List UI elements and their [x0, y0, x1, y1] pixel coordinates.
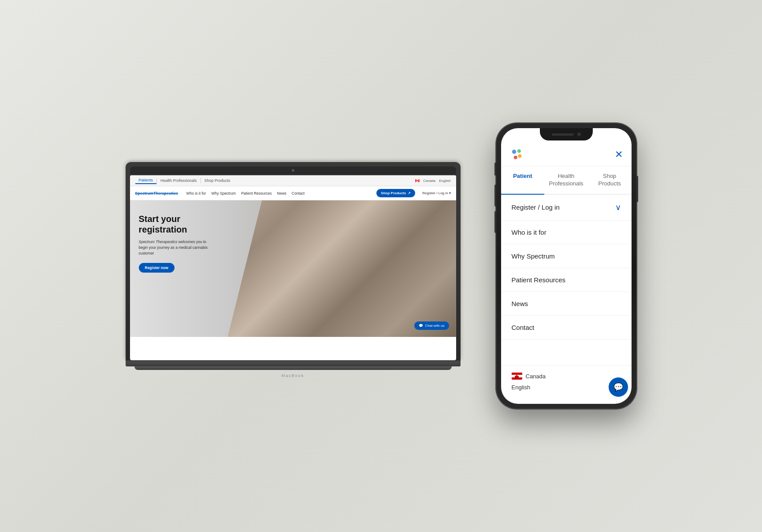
site-nav-top: Patients Health Professionals Shop Produ…	[130, 175, 456, 186]
tab-health-professionals[interactable]: HealthProfessionals	[544, 166, 588, 194]
svg-point-1	[517, 149, 520, 153]
site-hero: Start your registration Spectrum Therape…	[130, 200, 456, 337]
phone-nav-register[interactable]: Register / Log in ∨	[501, 195, 632, 221]
site-header: SpectrumTherapeutics Who is it for Why S…	[130, 186, 456, 200]
nav-patient-resources[interactable]: Patient Resources	[241, 191, 271, 196]
phone-content: ✕ Patient HealthProfessionals Shop Produ…	[501, 128, 632, 404]
site-nav-top-shop[interactable]: Shop Products	[201, 177, 234, 184]
phone-nav-list: Register / Log in ∨ Who is it for Why Sp…	[501, 195, 632, 365]
laptop-camera	[292, 169, 294, 172]
phone-screen: ✕ Patient HealthProfessionals Shop Produ…	[501, 128, 632, 404]
brand-name: Spectrum Therapeutics	[139, 240, 178, 244]
register-login-label: Register / Log in	[512, 203, 560, 211]
site-nav-top-health[interactable]: Health Professionals	[157, 177, 201, 184]
laptop-base	[126, 360, 461, 366]
svg-point-2	[518, 154, 521, 158]
phone-logo-area	[510, 148, 524, 162]
phone-volume-down-button	[494, 211, 496, 233]
phone-nav-contact[interactable]: Contact	[501, 316, 632, 340]
hero-content: Start your registration Spectrum Therape…	[139, 214, 209, 273]
tab-patient[interactable]: Patient	[501, 166, 545, 194]
phone: ✕ Patient HealthProfessionals Shop Produ…	[496, 123, 637, 409]
chat-icon: 💬	[419, 324, 423, 328]
maple-leaf-icon	[515, 375, 519, 379]
chat-fab-button[interactable]: 💬	[609, 377, 628, 397]
news-label: News	[512, 300, 528, 307]
nav-why[interactable]: Why Spectrum	[211, 191, 236, 196]
laptop-bottom: MacBook	[134, 366, 452, 370]
phone-nav-news[interactable]: News	[501, 292, 632, 316]
spectrum-logo-icon	[510, 148, 524, 162]
laptop-camera-bar	[130, 166, 456, 174]
phone-speaker	[552, 133, 574, 136]
register-now-button[interactable]: Register now	[139, 263, 175, 273]
laptop-device: Patients Health Professionals Shop Produ…	[126, 162, 461, 370]
country-flag-icon: 🇨🇦	[415, 179, 420, 183]
patient-resources-label: Patient Resources	[512, 276, 566, 284]
phone-notch	[540, 128, 593, 140]
tab-shop-products[interactable]: Shop Products	[588, 166, 632, 194]
laptop: Patients Health Professionals Shop Produ…	[126, 162, 461, 370]
canada-flag-icon	[512, 373, 522, 380]
nav-contact[interactable]: Contact	[292, 191, 305, 196]
hero-body-text: Spectrum Therapeutics welcomes you to be…	[139, 239, 209, 256]
contact-label: Contact	[512, 324, 535, 331]
nav-who[interactable]: Who is it for	[186, 191, 206, 196]
scene: Patients Health Professionals Shop Produ…	[0, 0, 762, 532]
phone-front-camera	[577, 133, 581, 136]
chevron-down-icon: ∨	[615, 203, 621, 212]
phone-power-button	[636, 176, 638, 202]
site-nav-top-right: 🇨🇦 Canada English	[415, 179, 450, 183]
laptop-brand-label: MacBook	[282, 373, 305, 378]
shop-products-button[interactable]: Shop Products ↗	[376, 189, 415, 197]
site-main-nav: Who is it for Why Spectrum Patient Resou…	[186, 191, 370, 196]
shop-products-label: Shop Products	[381, 191, 406, 195]
laptop-lid: Patients Health Professionals Shop Produ…	[126, 162, 461, 360]
site-nav-top-patients[interactable]: Patients	[135, 177, 157, 184]
chat-fab-icon: 💬	[613, 382, 623, 392]
language-label: English	[512, 384, 531, 391]
country-label[interactable]: Canada	[423, 179, 435, 183]
phone-volume-up-button	[494, 185, 496, 207]
language-label[interactable]: English	[439, 179, 450, 183]
external-link-icon: ↗	[408, 191, 411, 195]
hero-photo	[228, 200, 456, 337]
phone-device: ✕ Patient HealthProfessionals Shop Produ…	[496, 123, 637, 409]
chevron-down-icon: ▾	[449, 191, 451, 195]
register-login-button[interactable]: Register / Log in ▾	[422, 191, 450, 195]
phone-footer-language-row: English	[512, 384, 621, 391]
phone-nav-who[interactable]: Who is it for	[501, 221, 632, 244]
phone-mute-button	[494, 163, 496, 176]
close-button[interactable]: ✕	[615, 149, 623, 160]
phone-footer-country-row: Canada	[512, 373, 621, 380]
laptop-screen: Patients Health Professionals Shop Produ…	[130, 175, 456, 360]
nav-news[interactable]: News	[277, 191, 286, 196]
site-logo: SpectrumTherapeutics	[135, 191, 179, 196]
country-label: Canada	[526, 373, 546, 380]
why-label: Why Spectrum	[512, 252, 555, 260]
svg-point-3	[513, 155, 517, 159]
phone-tab-bar: Patient HealthProfessionals Shop Product…	[501, 166, 632, 195]
phone-nav-patient-resources[interactable]: Patient Resources	[501, 268, 632, 292]
phone-nav-why[interactable]: Why Spectrum	[501, 244, 632, 268]
hero-title: Start your registration	[139, 214, 209, 235]
chat-with-us-button[interactable]: 💬 Chat with us	[414, 321, 449, 330]
svg-point-0	[512, 150, 516, 154]
who-label: Who is it for	[512, 229, 546, 236]
